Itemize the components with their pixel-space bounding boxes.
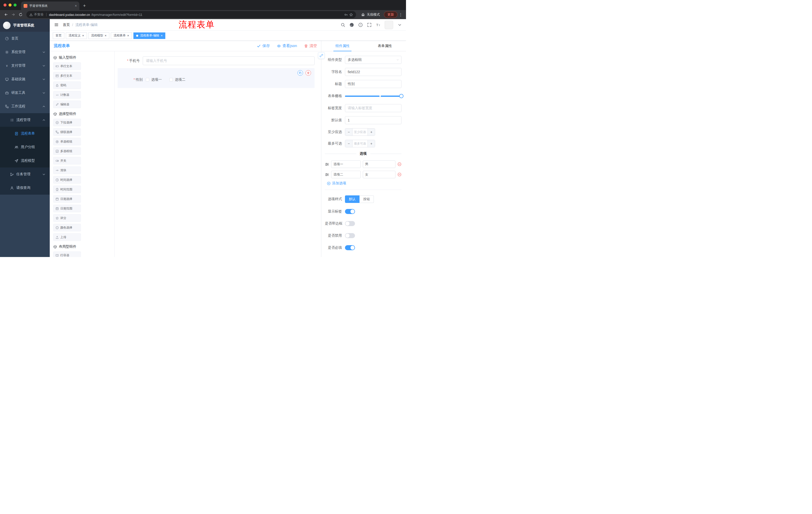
field-name-input[interactable]: field122 <box>345 68 402 76</box>
gender-option-1-checkbox[interactable]: 选项一 <box>146 77 162 82</box>
add-option-button[interactable]: 添加选项 <box>327 181 402 186</box>
tag-process-form[interactable]: 流程表单× <box>111 32 132 39</box>
component-rate[interactable]: 评分 <box>53 214 81 222</box>
back-icon[interactable] <box>2 11 9 18</box>
tag-home[interactable]: 首页 <box>53 32 64 39</box>
app-logo[interactable]: 芋道管理系统 <box>0 19 50 32</box>
form-grid-slider[interactable] <box>345 92 402 100</box>
disabled-switch[interactable] <box>345 233 355 238</box>
canvas-field-gender-selected[interactable]: *性别 选项一 选项二 <box>118 68 315 88</box>
component-time-range[interactable]: 时间范围 <box>53 186 81 193</box>
tag-close-icon[interactable]: × <box>127 34 129 37</box>
font-size-icon[interactable] <box>376 23 380 27</box>
hamburger-icon[interactable] <box>52 20 61 29</box>
component-date-picker[interactable]: 日期选择 <box>53 195 81 203</box>
remove-option-icon[interactable] <box>398 162 402 166</box>
label-width-input[interactable]: 请输入标签宽度 <box>345 104 402 112</box>
option-value-input[interactable]: 男 <box>363 160 396 168</box>
drag-handle-icon[interactable] <box>325 172 329 177</box>
style-default-button[interactable]: 默认 <box>345 195 359 203</box>
sidebar-item-user-group[interactable]: 用户分组 <box>0 140 50 154</box>
min-select-input[interactable]: 至少应选 <box>352 129 368 136</box>
browser-tab[interactable]: 芋道管理系统 × <box>21 1 79 10</box>
gender-option-2-checkbox[interactable]: 选项二 <box>169 77 185 82</box>
breadcrumb-home[interactable]: 首页 <box>63 23 70 27</box>
reload-icon[interactable] <box>17 11 24 18</box>
option-label-input[interactable]: 选项一 <box>331 160 361 168</box>
component-single-line-text[interactable]: 单行文本 <box>53 62 81 70</box>
tab-form-props[interactable]: 表单属性 <box>364 41 406 51</box>
form-canvas[interactable]: *手机号 请输入手机号 *性别 选项一 <box>115 51 321 257</box>
component-upload[interactable]: 上传 <box>53 233 81 241</box>
decrease-button[interactable]: − <box>345 129 352 136</box>
tag-process-definition[interactable]: 流程定义× <box>66 32 87 39</box>
sidebar-item-process-management[interactable]: 流程管理 <box>0 113 50 127</box>
minimize-window-button[interactable] <box>8 3 11 6</box>
component-editor[interactable]: 编辑器 <box>53 101 81 108</box>
close-window-button[interactable] <box>3 3 6 6</box>
clear-button[interactable]: 清空 <box>304 44 317 48</box>
component-color-picker[interactable]: 颜色选择 <box>53 224 81 231</box>
component-time-picker[interactable]: 时间选择 <box>53 176 81 184</box>
tab-close-icon[interactable]: × <box>75 4 77 7</box>
zoom-window-button[interactable] <box>13 3 17 6</box>
component-multi-line-text[interactable]: 多行文本 <box>53 72 81 79</box>
user-avatar[interactable] <box>385 21 393 29</box>
sidebar-item-dev-tools[interactable]: 研发工具 <box>0 86 50 100</box>
required-switch[interactable] <box>345 245 355 250</box>
sidebar-item-infrastructure[interactable]: 基础设施 <box>0 73 50 86</box>
tag-close-icon[interactable]: × <box>105 34 107 37</box>
sidebar-item-workflow[interactable]: 工作流程 <box>0 100 50 113</box>
with-border-switch[interactable] <box>345 221 355 226</box>
component-dropdown-select[interactable]: 下拉选择 <box>53 119 81 126</box>
component-checkbox-group[interactable]: 多选框组 <box>53 147 81 155</box>
sidebar-item-process-model[interactable]: 流程模型 <box>0 154 50 167</box>
sidebar-item-task-management[interactable]: 任务管理 <box>0 167 50 181</box>
sidebar-item-leave-query[interactable]: 请假查询 <box>0 181 50 195</box>
component-radio-group[interactable]: 单选框组 <box>53 138 81 145</box>
sidebar-item-process-form[interactable]: 流程表单 <box>0 127 50 140</box>
component-password[interactable]: 密码 <box>53 81 81 89</box>
github-icon[interactable] <box>349 23 354 27</box>
save-button[interactable]: 保存 <box>257 44 270 48</box>
component-type-select[interactable]: 多选框组 <box>345 56 402 64</box>
default-value-input[interactable]: 1 <box>345 116 402 124</box>
browser-menu-icon[interactable]: ⋮ <box>398 12 404 17</box>
component-date-range[interactable]: 日期范围 <box>53 205 81 212</box>
avatar-caret-icon[interactable] <box>398 23 402 27</box>
view-json-button[interactable]: 查看json <box>277 44 297 48</box>
title-input[interactable]: 性别 <box>345 80 402 88</box>
tab-component-props[interactable]: 组件属性 <box>321 41 364 51</box>
new-tab-button[interactable]: + <box>81 2 88 9</box>
phone-input[interactable]: 请输入手机号 <box>143 56 315 65</box>
decrease-button[interactable]: − <box>345 140 352 147</box>
option-value-input[interactable]: 女 <box>363 171 396 178</box>
tag-close-icon[interactable]: × <box>82 34 84 37</box>
component-row-container[interactable]: 行容器 <box>53 251 81 257</box>
link-anchor-button[interactable] <box>318 52 325 59</box>
option-label-input[interactable]: 选项二 <box>331 171 361 178</box>
address-bar[interactable]: 不安全 dashboard.yudao.iocoder.cn /bpm/mana… <box>26 11 356 18</box>
tag-process-model[interactable]: 流程模型× <box>88 32 110 39</box>
sidebar-item-payment-management[interactable]: 支付管理 <box>0 59 50 73</box>
increase-button[interactable]: + <box>368 140 375 147</box>
show-label-switch[interactable] <box>345 209 355 214</box>
sidebar-item-home[interactable]: 首页 <box>0 32 50 45</box>
help-icon[interactable] <box>358 23 363 27</box>
forward-icon[interactable] <box>10 11 17 18</box>
remove-option-icon[interactable] <box>398 172 402 177</box>
component-switch[interactable]: 开关 <box>53 157 81 164</box>
tag-process-form-edit[interactable]: 流程表单-编辑× <box>134 32 166 39</box>
copy-widget-button[interactable] <box>297 70 303 76</box>
update-button[interactable]: 更新 <box>384 11 398 18</box>
tag-close-icon[interactable]: × <box>161 34 163 37</box>
component-counter[interactable]: 计数器 <box>53 91 81 99</box>
canvas-field-phone[interactable]: *手机号 请输入手机号 <box>118 56 315 65</box>
drag-handle-icon[interactable] <box>325 162 329 166</box>
fullscreen-icon[interactable] <box>367 23 372 27</box>
component-slider[interactable]: 滑块 <box>53 166 81 174</box>
sidebar-item-system-management[interactable]: 系统管理 <box>0 45 50 59</box>
delete-widget-button[interactable] <box>306 70 311 76</box>
increase-button[interactable]: + <box>368 129 375 136</box>
search-icon[interactable] <box>341 23 345 27</box>
